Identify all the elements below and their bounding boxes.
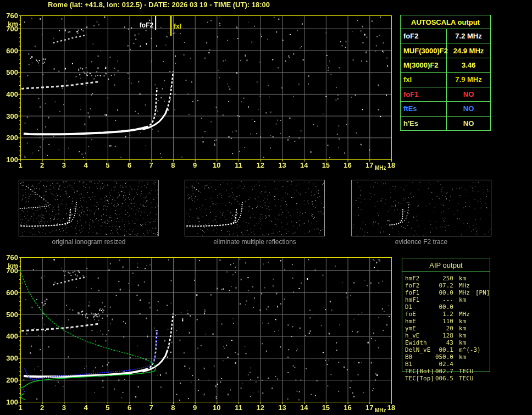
thumbnail-caption: evidence F2 trace [351,238,491,246]
aip-row: TEC[Top]006.5TECU [405,375,475,382]
aip-param-value: 250 [434,275,453,282]
autoscala-row: foF27.2 MHz [401,29,490,43]
aip-param-label: Ewidth [405,339,434,346]
aip-param-value: --- [434,296,453,303]
x-tick-label: 14 [298,161,310,169]
x-tick-label: 1 [14,403,26,412]
x-tick-label: 17 [363,403,375,412]
y-tick-label: 500 [1,68,18,76]
aip-row: DelN_vE00.1m^(-3) [405,346,475,353]
aip-row: hmE110km [405,318,475,325]
aip-row: D100.0 [405,303,475,311]
aip-param-unit [459,303,475,311]
thumbnail-original-ionogram [19,180,159,236]
autoscala-param-value: NO [447,117,490,130]
x-tick-label: 18 [385,161,397,169]
x-tick-label: 4 [80,161,92,169]
aip-param-unit: km [459,339,475,346]
aip-param-label: DelN_vE [405,346,434,353]
aip-param-value: 00.1 [434,346,453,353]
y-tick-label: 400 [1,90,18,98]
autoscala-param-value: 7.2 MHz [447,29,490,43]
aip-param-label: hmF2 [405,275,434,282]
autoscala-param-label: foF1 [401,87,447,101]
aip-param-label: D1 [405,303,434,311]
x-tick-label: 16 [342,161,354,169]
x-tick-label: 17 [363,161,375,169]
aip-param-value: 00.0 [434,303,453,311]
y-axis-unit: km [1,262,18,270]
x-tick-label: 1 [14,161,26,169]
autoscala-rows: foF27.2 MHzMUF(3000)F224.9 MHzM(3000)F23… [401,29,490,130]
y-tick-label: 760 [1,12,18,20]
x-tick-label: 6 [124,403,136,412]
x-tick-label: 8 [167,161,179,169]
autoscala-output-table: AUTOSCALA output foF27.2 MHzMUF(3000)F22… [400,15,491,131]
y-tick-label: 600 [1,47,18,55]
aip-param-label: foE [405,311,434,318]
x-axis-unit: MHz [375,165,386,171]
aip-row: TEC[Bot]002.7TECU [405,368,475,375]
aip-param-note: [PN] [475,289,490,296]
x-tick-label: 4 [80,403,92,412]
autoscala-param-label: h'Es [401,117,447,130]
x-tick-label: 12 [254,161,267,169]
aip-param-unit: TECU [459,375,475,382]
autoscala-param-value: 3.46 [447,58,490,72]
y-tick-label: 400 [1,332,18,340]
x-tick-label: 11 [232,161,245,169]
aip-param-unit: km [459,275,475,282]
aip-row: B0050.0km [405,353,475,361]
aip-row: Ewidth43km [405,339,475,346]
aip-param-unit: MHz [459,311,475,318]
thumbnail-eliminate-reflections [185,180,325,236]
x-tick-label: 9 [189,161,201,169]
aip-param-value: 07.2 [434,282,453,289]
autoscala-param-value: NO [447,87,490,101]
x-tick-label: 5 [102,161,114,169]
aip-param-label: TEC[Top] [405,375,434,382]
aip-param-unit [459,361,475,368]
x-tick-label: 11 [232,403,245,412]
aip-param-unit: TECU [459,368,475,375]
autoscala-param-label: MUF(3000)F2 [401,43,447,57]
aip-row: h_vE128km [405,332,475,339]
autoscala-header: AUTOSCALA output [401,15,490,29]
aip-param-label: hmF1 [405,296,434,303]
autoscala-param-label: ftEs [401,102,447,115]
x-tick-label: 6 [124,161,136,169]
autoscala-param-value: NO [447,102,490,115]
aip-param-value: 00.0 [434,289,453,296]
aip-param-value: 20 [434,325,453,332]
x-tick-label: 7 [145,403,157,412]
aip-param-unit: km [459,325,475,332]
autoscala-row: ftEsNO [401,102,490,116]
aip-param-unit: MHz [459,282,475,289]
autoscala-row: h'EsNO [401,117,490,130]
aip-row: B102.4 [405,361,475,368]
station-date-title: Rome (lat: +41.8, lon: 012.5) - DATE: 20… [48,1,270,9]
autoscala-param-label: fxl [401,73,447,86]
aip-param-label: foF1 [405,289,434,296]
x-tick-label: 9 [189,403,201,412]
y-tick-label: 300 [1,354,18,362]
aip-param-label: ymE [405,325,434,332]
x-tick-label: 15 [320,403,332,412]
aip-param-value: 128 [434,332,453,339]
x-tick-label: 3 [58,403,70,412]
x-tick-label: 16 [342,403,354,412]
y-tick-label: 200 [1,376,18,384]
x-tick-label: 13 [276,161,288,169]
aip-param-value: 050.0 [434,353,453,361]
aip-param-unit: km [459,296,475,303]
aip-row: hmF2250km [405,275,475,282]
y-tick-label: 760 [1,253,18,262]
x-tick-label: 5 [102,403,114,412]
aip-param-unit: km [459,318,475,325]
x-tick-label: 15 [320,161,332,169]
fof2-marker-label: foF2 [136,21,153,29]
autoscala-row: M(3000)F23.46 [401,58,490,73]
x-tick-label: 7 [145,161,157,169]
aip-param-label: B0 [405,353,434,361]
aip-param-label: B1 [405,361,434,368]
